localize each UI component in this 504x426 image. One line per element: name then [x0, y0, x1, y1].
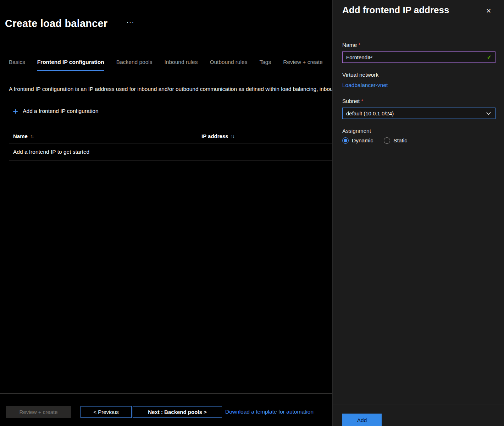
subnet-label-text: Subnet	[342, 98, 360, 104]
radio-unselected-icon[interactable]	[384, 137, 390, 144]
column-ip-label: IP address	[201, 133, 228, 139]
add-button[interactable]: Add	[342, 414, 382, 426]
review-create-button[interactable]: Review + create	[6, 406, 71, 418]
tab-basics[interactable]: Basics	[9, 59, 25, 71]
subnet-selected-value: default (10.0.1.0/24)	[346, 110, 394, 116]
wizard-footer: Review + create < Previous Next : Backen…	[0, 393, 332, 426]
name-input[interactable]	[343, 52, 487, 62]
subnet-dropdown[interactable]: default (10.0.1.0/24)	[342, 108, 495, 119]
tab-frontend-ip-configuration[interactable]: Frontend IP configuration	[37, 59, 104, 71]
panel-footer: Add	[333, 404, 504, 426]
sort-arrows-icon[interactable]: ↑↓	[231, 134, 234, 139]
panel-title: Add frontend IP address	[342, 5, 449, 16]
required-marker: *	[361, 98, 363, 104]
valid-check-icon: ✓	[487, 54, 495, 61]
previous-button[interactable]: < Previous	[81, 406, 132, 418]
radio-static-label: Static	[393, 137, 407, 144]
column-name-label: Name	[13, 133, 28, 139]
subnet-field-label: Subnet*	[342, 98, 363, 104]
tab-backend-pools[interactable]: Backend pools	[116, 59, 153, 71]
assignment-label: Assignment	[342, 128, 371, 134]
table-header-row: Name ↑↓ IP address ↑↓	[9, 129, 332, 143]
column-header-ip-address[interactable]: IP address ↑↓	[201, 133, 332, 139]
tab-outbound-rules[interactable]: Outbound rules	[210, 59, 247, 71]
assignment-radio-group: Dynamic Static	[342, 137, 407, 144]
frontend-ip-table: Name ↑↓ IP address ↑↓ Add a frontend IP …	[9, 129, 332, 160]
table-empty-state-row: Add a frontend IP to get started	[9, 143, 332, 160]
add-frontend-ip-configuration-link[interactable]: + Add a frontend IP configuration	[13, 107, 99, 115]
tab-inbound-rules[interactable]: Inbound rules	[165, 59, 198, 71]
name-input-wrap: ✓	[342, 51, 495, 63]
radio-selected-icon[interactable]	[342, 137, 349, 144]
add-frontend-ip-panel: Add frontend IP address ✕ Name* ✓ Virtua…	[332, 0, 504, 426]
radio-dynamic-label: Dynamic	[352, 137, 373, 144]
close-icon[interactable]: ✕	[486, 7, 491, 15]
radio-dynamic[interactable]: Dynamic	[342, 137, 373, 144]
virtual-network-link[interactable]: Loadbalancer-vnet	[342, 82, 388, 88]
column-header-name[interactable]: Name ↑↓	[9, 133, 201, 139]
name-field-label: Name*	[342, 42, 360, 48]
frontend-ip-description: A frontend IP configuration is an IP add…	[9, 86, 332, 92]
empty-state-text: Add a frontend IP to get started	[13, 149, 89, 155]
tab-review-create[interactable]: Review + create	[283, 59, 323, 71]
download-template-link[interactable]: Download a template for automation	[225, 409, 314, 415]
name-label-text: Name	[342, 42, 357, 48]
plus-icon: +	[13, 107, 18, 115]
create-load-balancer-page: Create load balancer ··· Basics Frontend…	[0, 0, 332, 426]
virtual-network-label: Virtual network	[342, 72, 378, 78]
radio-static[interactable]: Static	[384, 137, 407, 144]
required-marker: *	[358, 42, 360, 48]
next-backend-pools-button[interactable]: Next : Backend pools >	[133, 406, 222, 418]
tab-tags[interactable]: Tags	[259, 59, 271, 71]
page-title: Create load balancer	[5, 18, 107, 29]
more-options-icon[interactable]: ···	[127, 19, 134, 26]
chevron-down-icon	[486, 110, 491, 115]
add-frontend-ip-configuration-label: Add a frontend IP configuration	[23, 108, 98, 114]
sort-arrows-icon[interactable]: ↑↓	[30, 134, 34, 139]
tab-bar: Basics Frontend IP configuration Backend…	[9, 59, 332, 71]
